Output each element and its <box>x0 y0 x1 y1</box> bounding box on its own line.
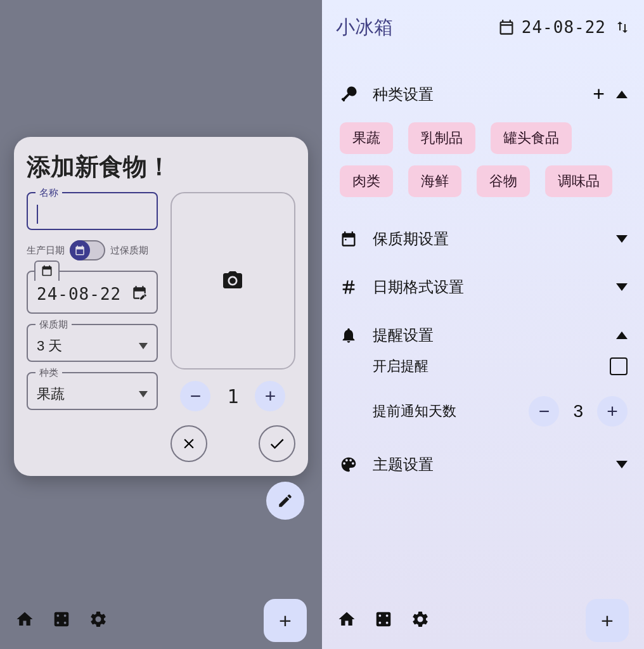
add-fab[interactable]: + <box>586 599 629 642</box>
dialog-title: 添加新食物！ <box>27 151 295 183</box>
edit-fab[interactable] <box>266 482 304 520</box>
category-chip[interactable]: 肉类 <box>340 165 393 197</box>
close-icon <box>181 435 197 452</box>
bell-icon <box>338 326 359 344</box>
header-date[interactable]: 24-08-22 <box>498 18 606 37</box>
quantity-stepper: − 1 + <box>171 381 295 411</box>
reminder-advance-label: 提前通知天数 <box>373 402 456 421</box>
switch-knob <box>70 240 90 260</box>
text-caret <box>37 205 38 224</box>
section-shelf-life: 保质期设置 <box>336 215 630 263</box>
calendar-icon <box>338 230 359 248</box>
category-value: 果蔬 <box>37 385 65 404</box>
hash-icon <box>338 278 359 296</box>
date-field[interactable]: 24-08-22 <box>27 271 158 314</box>
section-header-categories[interactable]: 种类设置 + <box>338 82 628 106</box>
category-label: 种类 <box>35 367 62 379</box>
section-header-theme[interactable]: 主题设置 <box>338 454 628 475</box>
home-icon[interactable] <box>15 610 34 631</box>
shelf-life-field[interactable]: 保质期 3 天 <box>27 324 158 362</box>
reminder-enable-label: 开启提醒 <box>373 357 428 376</box>
camera-icon <box>221 269 244 292</box>
category-chips: 果蔬乳制品罐头食品肉类海鲜谷物调味品 <box>338 106 628 201</box>
date-mode-switch[interactable] <box>70 240 105 260</box>
shelf-life-value: 3 天 <box>37 337 62 356</box>
sort-icon[interactable] <box>615 20 630 35</box>
home-icon[interactable] <box>337 610 356 631</box>
check-icon <box>268 435 286 453</box>
chevron-down-icon[interactable] <box>616 461 628 468</box>
category-chip[interactable]: 乳制品 <box>408 122 475 154</box>
chevron-up-icon[interactable] <box>616 331 628 339</box>
pencil-icon <box>277 492 293 509</box>
quantity-value: 1 <box>227 385 238 408</box>
chevron-down-icon <box>139 343 148 349</box>
toggle-label-right: 过保质期 <box>110 245 148 257</box>
name-field[interactable]: 名称 <box>27 192 158 230</box>
advance-days-stepper: − 3 + <box>529 396 628 427</box>
section-categories: 种类设置 + 果蔬乳制品罐头食品肉类海鲜谷物调味品 <box>336 68 630 215</box>
category-chip[interactable]: 调味品 <box>545 165 612 197</box>
shelf-life-label: 保质期 <box>35 319 72 331</box>
section-theme: 主题设置 <box>336 440 630 489</box>
advance-plus-button[interactable]: + <box>597 396 628 427</box>
dice-icon[interactable] <box>374 610 393 631</box>
calendar-tab-icon <box>34 260 60 281</box>
quantity-minus-button[interactable]: − <box>180 381 210 411</box>
toggle-label-left: 生产日期 <box>27 245 65 257</box>
drumstick-icon <box>338 85 359 104</box>
settings-list: 种类设置 + 果蔬乳制品罐头食品肉类海鲜谷物调味品 保质期设置 <box>322 61 644 592</box>
section-reminder: 提醒设置 开启提醒 提前通知天数 − 3 + <box>336 311 630 440</box>
app-title: 小冰箱 <box>336 15 489 41</box>
section-header-datefmt[interactable]: 日期格式设置 <box>338 277 628 297</box>
edit-date-icon[interactable] <box>131 285 148 304</box>
photo-button[interactable] <box>171 192 295 369</box>
calendar-icon <box>498 18 515 36</box>
category-chip[interactable]: 罐头食品 <box>491 122 572 154</box>
date-mode-toggle-row: 生产日期 过保质期 <box>27 240 158 260</box>
section-header-shelf[interactable]: 保质期设置 <box>338 229 628 249</box>
header-date-text: 24-08-22 <box>522 18 606 37</box>
confirm-button[interactable] <box>259 425 295 462</box>
chevron-down-icon <box>139 391 148 397</box>
category-field[interactable]: 种类 果蔬 <box>27 372 158 410</box>
category-chip[interactable]: 谷物 <box>477 165 530 197</box>
section-title: 提醒设置 <box>373 325 602 345</box>
add-fab[interactable]: + <box>264 599 307 642</box>
chevron-up-icon[interactable] <box>616 91 628 98</box>
add-category-button[interactable]: + <box>593 82 605 106</box>
category-chip[interactable]: 海鲜 <box>408 165 461 197</box>
right-screen: 小冰箱 24-08-22 种类设置 + 果蔬乳制品罐头食品肉 <box>322 0 644 649</box>
advance-days-value: 3 <box>573 401 583 421</box>
section-header-reminder[interactable]: 提醒设置 <box>338 325 628 345</box>
reminder-enable-checkbox[interactable] <box>610 357 628 375</box>
section-title: 保质期设置 <box>373 229 602 249</box>
add-food-dialog: 添加新食物！ 名称 生产日期 过保质期 <box>14 137 308 476</box>
category-chip[interactable]: 果蔬 <box>340 122 393 154</box>
left-screen: 小冰箱 24-08-22 添加新食物！ 名称 生产日期 <box>0 0 322 649</box>
date-value: 24-08-22 <box>37 285 121 304</box>
advance-minus-button[interactable]: − <box>529 396 559 427</box>
cancel-button[interactable] <box>171 425 207 462</box>
section-title: 主题设置 <box>373 454 602 475</box>
chevron-down-icon[interactable] <box>616 235 628 243</box>
section-date-format: 日期格式设置 <box>336 263 630 311</box>
quantity-plus-button[interactable]: + <box>255 381 285 411</box>
section-title: 日期格式设置 <box>373 277 602 297</box>
dice-icon[interactable] <box>52 610 71 631</box>
bottom-nav: + <box>322 592 644 649</box>
bottom-nav: + <box>0 592 322 649</box>
gear-icon[interactable] <box>89 610 108 631</box>
palette-icon <box>338 455 359 474</box>
gear-icon[interactable] <box>411 610 430 631</box>
name-label: 名称 <box>35 187 62 199</box>
chevron-down-icon[interactable] <box>616 283 628 291</box>
section-title: 种类设置 <box>373 84 579 105</box>
header: 小冰箱 24-08-22 <box>322 0 644 55</box>
